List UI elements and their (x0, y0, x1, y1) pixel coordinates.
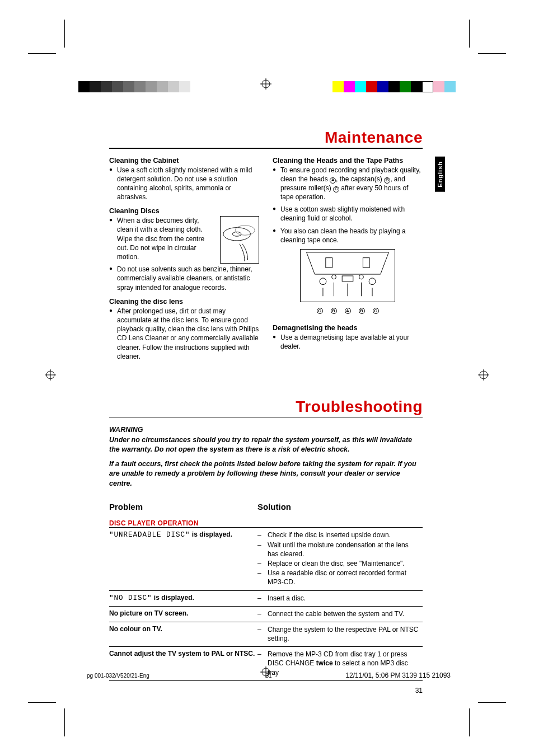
tape-diagram-labels: CBABC (273, 308, 423, 314)
maintenance-left-column: Cleaning the Cabinet Use a soft cloth sl… (109, 157, 259, 364)
solution-cell: –Connect the cable betwen the system and… (257, 606, 423, 622)
troubleshooting-table: "UNREADABLE DISC" is displayed.–Check if… (109, 527, 423, 680)
footer-file: pg 001-032/V520/21-Eng (87, 673, 149, 679)
table-row: "UNREADABLE DISC" is displayed.–Check if… (109, 528, 423, 590)
diagram-label-icon: C (373, 308, 379, 314)
warning-label: WARNING (109, 425, 423, 435)
problem-cell: "UNREADABLE DISC" is displayed. (109, 528, 257, 590)
cleaning-discs-b2: Do not use solvents such as benzine, thi… (109, 265, 259, 292)
solution-item: –Connect the cable betwen the system and… (257, 609, 420, 618)
table-row: No colour on TV.–Change the system to th… (109, 622, 423, 646)
cleaning-lens-b1: After prolonged use, dirt or dust may ac… (109, 307, 259, 361)
label-c-icon: C (333, 186, 339, 192)
solution-cell: –Check if the disc is inserted upside do… (257, 528, 423, 590)
solution-item: –Replace or clean the disc, see "Mainten… (257, 559, 420, 568)
col-header-solution: Solution (257, 502, 291, 511)
svg-rect-19 (342, 276, 353, 281)
label-b-icon: B (384, 177, 390, 184)
title-rule (109, 417, 423, 418)
demag-b1: Use a demagnetising tape available at yo… (273, 333, 423, 351)
troubleshooting-title: Troubleshooting (109, 398, 423, 416)
page-number: 31 (109, 687, 423, 694)
solution-item: –Check if the disc is inserted upside do… (257, 530, 420, 539)
diagram-label-icon: C (317, 308, 323, 314)
table-row: "NO DISC" is displayed.–Insert a disc. (109, 590, 423, 606)
problem-cell: No colour on TV. (109, 622, 257, 646)
cleaning-cabinet-head: Cleaning the Cabinet (109, 157, 259, 165)
svg-point-18 (359, 275, 364, 279)
color-bar (332, 81, 456, 92)
diagram-label-icon: B (359, 308, 365, 314)
maintenance-right-column: Cleaning the Heads and the Tape Paths To… (273, 157, 423, 364)
svg-point-21 (369, 278, 376, 285)
svg-rect-15 (326, 258, 332, 268)
solution-item: –Change the system to the respective PAL… (257, 625, 420, 643)
cleaning-heads-b2: Use a cotton swab slightly moistened wit… (273, 205, 423, 223)
title-rule (109, 148, 423, 149)
footer-page: 31 (265, 673, 271, 679)
solution-item: –Wait until the moisture condensation at… (257, 541, 420, 558)
problem-cell: No picture on TV screen. (109, 606, 257, 622)
warning-text-2: If a fault occurs, first check the point… (109, 459, 423, 489)
cleaning-heads-head: Cleaning the Heads and the Tape Paths (273, 157, 423, 165)
diagram-label-icon: A (345, 308, 351, 314)
cleaning-lens-head: Cleaning the disc lens (109, 298, 259, 306)
cleaning-discs-b1: When a disc becomes dirty, clean it with… (109, 216, 259, 261)
gray-step-wedge (78, 81, 202, 92)
svg-point-20 (320, 278, 326, 285)
tape-mechanism-illustration (300, 249, 395, 302)
demag-head: Demagnetising the heads (273, 324, 423, 332)
solution-cell: –Insert a disc. (257, 590, 423, 606)
diagram-label-icon: B (331, 308, 337, 314)
problem-cell: "NO DISC" is displayed. (109, 590, 257, 606)
problem-solution-header: Problem Solution (109, 502, 423, 511)
footer-date-part: 12/11/01, 5:06 PM 3139 115 21093 (345, 672, 451, 679)
registration-mark-icon (45, 369, 56, 381)
svg-point-17 (332, 275, 336, 279)
solution-item: –Use a readable disc or correct recorded… (257, 569, 420, 586)
col-header-problem: Problem (109, 502, 257, 511)
print-footer: pg 001-032/V520/21-Eng 31 12/11/01, 5:06… (87, 672, 451, 679)
label-a-icon: A (330, 177, 336, 184)
maintenance-title: Maintenance (109, 129, 423, 147)
disc-player-section-head: DISC PLAYER OPERATION (109, 519, 423, 527)
solution-item: –Insert a disc. (257, 594, 420, 603)
warning-block: WARNING Under no circumstances should yo… (109, 425, 423, 489)
page-content: English Maintenance Cleaning the Cabinet… (109, 129, 423, 694)
cleaning-heads-b3: You also can clean the heads by playing … (273, 227, 423, 245)
registration-mark-icon (478, 369, 489, 381)
warning-text-1: Under no circumstances should you try to… (109, 435, 423, 455)
cleaning-heads-b1: To ensure good recording and playback qu… (273, 166, 423, 202)
registration-mark-icon (260, 78, 271, 90)
language-tab: English (435, 157, 445, 192)
cleaning-discs-head: Cleaning Discs (109, 207, 259, 215)
solution-cell: –Change the system to the respective PAL… (257, 622, 423, 646)
svg-rect-16 (363, 258, 369, 268)
table-row: No picture on TV screen.–Connect the cab… (109, 606, 423, 622)
cleaning-cabinet-text: Use a soft cloth slightly moistened with… (109, 166, 259, 202)
